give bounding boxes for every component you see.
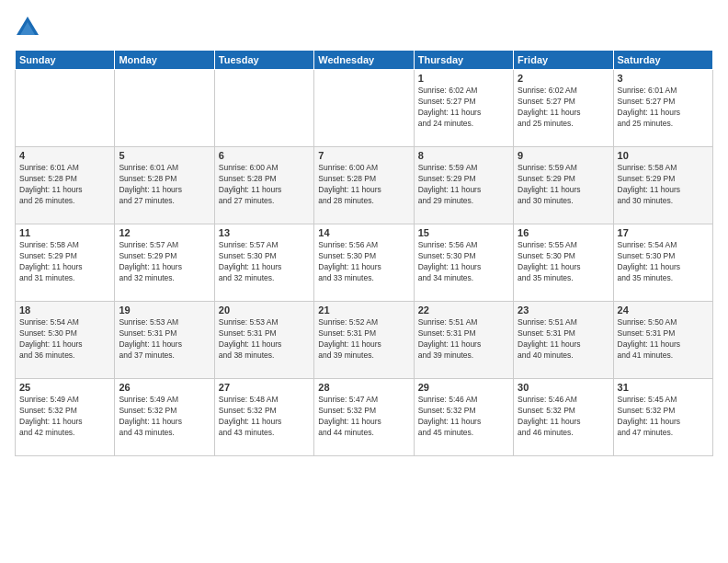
day-info: Sunrise: 6:00 AMSunset: 5:28 PMDaylight:… — [318, 163, 409, 207]
calendar-week-5: 25Sunrise: 5:49 AMSunset: 5:32 PMDayligh… — [16, 379, 713, 456]
day-info: Sunrise: 5:46 AMSunset: 5:32 PMDaylight:… — [518, 395, 609, 439]
calendar-cell: 6Sunrise: 6:00 AMSunset: 5:28 PMDaylight… — [214, 147, 313, 224]
calendar-cell — [314, 70, 414, 147]
calendar-cell: 10Sunrise: 5:58 AMSunset: 5:29 PMDayligh… — [613, 147, 712, 224]
day-number: 4 — [19, 150, 110, 161]
calendar-cell: 17Sunrise: 5:54 AMSunset: 5:30 PMDayligh… — [613, 224, 712, 302]
calendar-cell: 27Sunrise: 5:48 AMSunset: 5:32 PMDayligh… — [214, 379, 313, 456]
calendar-header-tuesday: Tuesday — [214, 51, 313, 70]
calendar-cell — [16, 70, 115, 147]
day-info: Sunrise: 5:57 AMSunset: 5:29 PMDaylight:… — [119, 240, 210, 284]
day-number: 8 — [418, 150, 509, 161]
day-info: Sunrise: 6:01 AMSunset: 5:28 PMDaylight:… — [119, 163, 210, 207]
day-info: Sunrise: 5:57 AMSunset: 5:30 PMDaylight:… — [219, 240, 310, 284]
calendar-cell: 13Sunrise: 5:57 AMSunset: 5:30 PMDayligh… — [214, 224, 313, 302]
calendar: SundayMondayTuesdayWednesdayThursdayFrid… — [15, 50, 713, 456]
calendar-cell: 15Sunrise: 5:56 AMSunset: 5:30 PMDayligh… — [414, 224, 513, 302]
calendar-cell: 26Sunrise: 5:49 AMSunset: 5:32 PMDayligh… — [115, 379, 214, 456]
logo-icon — [15, 15, 40, 40]
day-info: Sunrise: 5:52 AMSunset: 5:31 PMDaylight:… — [318, 317, 409, 362]
calendar-cell: 25Sunrise: 5:49 AMSunset: 5:32 PMDayligh… — [16, 379, 115, 456]
calendar-cell: 4Sunrise: 6:01 AMSunset: 5:28 PMDaylight… — [16, 147, 115, 224]
calendar-week-1: 1Sunrise: 6:02 AMSunset: 5:27 PMDaylight… — [16, 70, 713, 147]
calendar-cell: 3Sunrise: 6:01 AMSunset: 5:27 PMDaylight… — [613, 70, 712, 147]
day-number: 3 — [618, 73, 709, 84]
calendar-week-4: 18Sunrise: 5:54 AMSunset: 5:30 PMDayligh… — [16, 302, 713, 379]
day-info: Sunrise: 5:59 AMSunset: 5:29 PMDaylight:… — [418, 163, 509, 207]
day-number: 31 — [618, 382, 709, 393]
calendar-cell: 28Sunrise: 5:47 AMSunset: 5:32 PMDayligh… — [314, 379, 414, 456]
day-info: Sunrise: 5:56 AMSunset: 5:30 PMDaylight:… — [418, 240, 509, 284]
calendar-header-sunday: Sunday — [16, 51, 115, 70]
calendar-header-row: SundayMondayTuesdayWednesdayThursdayFrid… — [16, 51, 713, 70]
calendar-cell: 14Sunrise: 5:56 AMSunset: 5:30 PMDayligh… — [314, 224, 414, 302]
page-container: SundayMondayTuesdayWednesdayThursdayFrid… — [0, 0, 728, 563]
day-info: Sunrise: 5:46 AMSunset: 5:32 PMDaylight:… — [418, 395, 509, 439]
day-info: Sunrise: 6:02 AMSunset: 5:27 PMDaylight:… — [518, 86, 609, 130]
day-number: 19 — [119, 304, 210, 316]
calendar-cell: 19Sunrise: 5:53 AMSunset: 5:31 PMDayligh… — [115, 302, 214, 379]
day-number: 15 — [418, 227, 509, 238]
day-number: 2 — [518, 73, 609, 84]
calendar-header-friday: Friday — [514, 51, 613, 70]
day-number: 28 — [318, 382, 409, 393]
calendar-cell: 29Sunrise: 5:46 AMSunset: 5:32 PMDayligh… — [414, 379, 513, 456]
calendar-cell: 7Sunrise: 6:00 AMSunset: 5:28 PMDaylight… — [314, 147, 414, 224]
day-number: 29 — [418, 382, 509, 393]
day-number: 16 — [518, 227, 609, 238]
day-number: 22 — [418, 304, 509, 316]
calendar-header-monday: Monday — [115, 51, 214, 70]
header — [15, 15, 713, 40]
calendar-header-thursday: Thursday — [414, 51, 513, 70]
day-number: 1 — [418, 73, 509, 84]
day-number: 20 — [219, 304, 310, 316]
day-number: 9 — [518, 150, 609, 161]
day-number: 13 — [219, 227, 310, 238]
day-info: Sunrise: 6:00 AMSunset: 5:28 PMDaylight:… — [219, 163, 310, 207]
day-info: Sunrise: 5:53 AMSunset: 5:31 PMDaylight:… — [219, 317, 310, 362]
day-info: Sunrise: 5:54 AMSunset: 5:30 PMDaylight:… — [618, 240, 709, 284]
day-info: Sunrise: 5:49 AMSunset: 5:32 PMDaylight:… — [19, 395, 110, 439]
logo — [15, 15, 44, 40]
calendar-cell: 23Sunrise: 5:51 AMSunset: 5:31 PMDayligh… — [514, 302, 613, 379]
day-number: 25 — [19, 382, 110, 393]
day-info: Sunrise: 5:49 AMSunset: 5:32 PMDaylight:… — [119, 395, 210, 439]
day-info: Sunrise: 5:47 AMSunset: 5:32 PMDaylight:… — [318, 395, 409, 439]
calendar-cell: 5Sunrise: 6:01 AMSunset: 5:28 PMDaylight… — [115, 147, 214, 224]
calendar-cell: 11Sunrise: 5:58 AMSunset: 5:29 PMDayligh… — [16, 224, 115, 302]
calendar-cell: 2Sunrise: 6:02 AMSunset: 5:27 PMDaylight… — [514, 70, 613, 147]
day-number: 10 — [618, 150, 709, 161]
day-number: 12 — [119, 227, 210, 238]
day-info: Sunrise: 5:56 AMSunset: 5:30 PMDaylight:… — [318, 240, 409, 284]
day-info: Sunrise: 6:01 AMSunset: 5:27 PMDaylight:… — [618, 86, 709, 130]
calendar-cell: 8Sunrise: 5:59 AMSunset: 5:29 PMDaylight… — [414, 147, 513, 224]
calendar-cell: 30Sunrise: 5:46 AMSunset: 5:32 PMDayligh… — [514, 379, 613, 456]
day-number: 18 — [19, 304, 110, 316]
day-info: Sunrise: 5:55 AMSunset: 5:30 PMDaylight:… — [518, 240, 609, 284]
calendar-cell: 22Sunrise: 5:51 AMSunset: 5:31 PMDayligh… — [414, 302, 513, 379]
day-number: 24 — [618, 304, 709, 316]
day-info: Sunrise: 6:01 AMSunset: 5:28 PMDaylight:… — [19, 163, 110, 207]
day-number: 7 — [318, 150, 409, 161]
day-number: 23 — [518, 304, 609, 316]
day-number: 30 — [518, 382, 609, 393]
calendar-header-saturday: Saturday — [613, 51, 712, 70]
day-info: Sunrise: 5:54 AMSunset: 5:30 PMDaylight:… — [19, 317, 110, 362]
day-number: 14 — [318, 227, 409, 238]
calendar-cell: 18Sunrise: 5:54 AMSunset: 5:30 PMDayligh… — [16, 302, 115, 379]
day-info: Sunrise: 5:53 AMSunset: 5:31 PMDaylight:… — [119, 317, 210, 362]
day-number: 21 — [318, 304, 409, 316]
calendar-week-2: 4Sunrise: 6:01 AMSunset: 5:28 PMDaylight… — [16, 147, 713, 224]
day-number: 26 — [119, 382, 210, 393]
calendar-cell — [214, 70, 313, 147]
calendar-cell: 16Sunrise: 5:55 AMSunset: 5:30 PMDayligh… — [514, 224, 613, 302]
day-info: Sunrise: 5:51 AMSunset: 5:31 PMDaylight:… — [518, 317, 609, 362]
calendar-week-3: 11Sunrise: 5:58 AMSunset: 5:29 PMDayligh… — [16, 224, 713, 302]
day-number: 17 — [618, 227, 709, 238]
day-number: 5 — [119, 150, 210, 161]
day-info: Sunrise: 5:51 AMSunset: 5:31 PMDaylight:… — [418, 317, 509, 362]
day-info: Sunrise: 5:59 AMSunset: 5:29 PMDaylight:… — [518, 163, 609, 207]
calendar-cell: 12Sunrise: 5:57 AMSunset: 5:29 PMDayligh… — [115, 224, 214, 302]
calendar-header-wednesday: Wednesday — [314, 51, 414, 70]
day-info: Sunrise: 6:02 AMSunset: 5:27 PMDaylight:… — [418, 86, 509, 130]
